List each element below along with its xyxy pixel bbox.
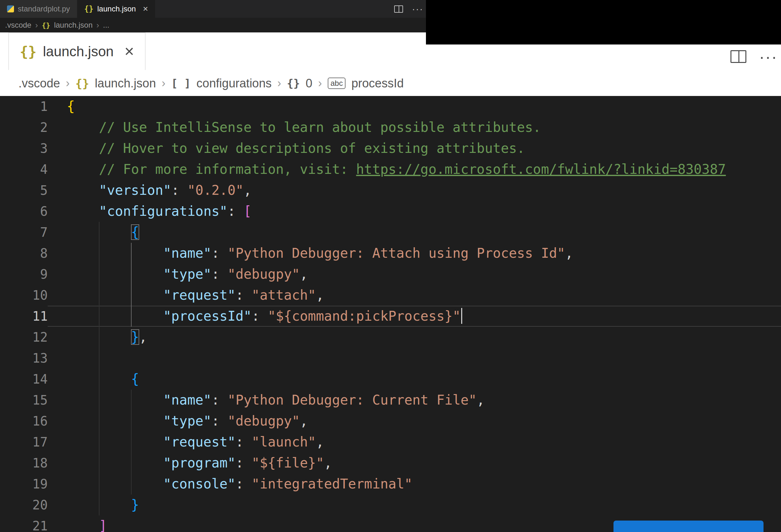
line-number[interactable]: 1 <box>0 96 48 117</box>
code-line-10[interactable]: "request": "attach", <box>67 285 726 306</box>
code-line-11[interactable]: "processId": "${command:pickProcess}" <box>67 306 726 327</box>
line-number[interactable]: 9 <box>0 264 48 285</box>
code-token: "type" <box>163 266 211 282</box>
tab-label: launch.json <box>97 4 136 13</box>
code-line-16[interactable]: "type": "debugpy", <box>67 411 726 432</box>
more-actions-icon[interactable]: ··· <box>759 48 778 65</box>
line-number[interactable]: 15 <box>0 390 48 411</box>
breadcrumb-item-processid[interactable]: processId <box>351 77 404 90</box>
line-number[interactable]: 21 <box>0 516 48 532</box>
more-actions-icon[interactable]: ··· <box>412 4 423 14</box>
breadcrumb-item-ellipsis[interactable]: ... <box>103 21 109 30</box>
split-editor-icon[interactable] <box>731 50 746 63</box>
code-line-17[interactable]: "request": "launch", <box>67 432 726 453</box>
code-token: "integratedTerminal" <box>252 476 413 492</box>
breadcrumb-item-launch-json[interactable]: launch.json <box>54 21 92 30</box>
code-line-15[interactable]: "name": "Python Debugger: Current File", <box>67 390 726 411</box>
code-line-14[interactable]: { <box>67 369 726 390</box>
line-number[interactable]: 8 <box>0 243 48 264</box>
code-line-3[interactable]: // Hover to view descriptions of existin… <box>67 138 726 159</box>
breadcrumb-item-vscode[interactable]: .vscode <box>18 77 60 90</box>
breadcrumb-item-0[interactable]: 0 <box>306 77 313 90</box>
tab-label: standardplot.py <box>18 4 70 13</box>
line-number[interactable]: 12 <box>0 327 48 348</box>
tab-launch-json-large[interactable]: {} launch.json × <box>8 32 146 70</box>
code-token: "${file}" <box>252 455 324 470</box>
code-token <box>67 120 99 135</box>
code-line-19[interactable]: "console": "integratedTerminal" <box>67 474 726 494</box>
code-token: : <box>211 413 228 429</box>
line-number[interactable]: 4 <box>0 159 48 180</box>
tab-launch-json[interactable]: {} launch.json × <box>77 0 155 18</box>
line-number[interactable]: 18 <box>0 453 48 474</box>
tab-standardplot-py[interactable]: standardplot.py <box>0 0 77 18</box>
code-token: , <box>244 182 251 198</box>
line-number[interactable]: 19 <box>0 474 48 494</box>
code-token: : <box>236 476 252 492</box>
code-token <box>67 266 163 282</box>
code-token: , <box>300 266 308 282</box>
chevron-right-icon: › <box>66 77 70 90</box>
breadcrumb-item-configurations[interactable]: configurations <box>197 77 272 90</box>
code-token: { <box>131 224 139 240</box>
code-token <box>67 413 163 429</box>
line-number[interactable]: 16 <box>0 411 48 432</box>
breadcrumb-item-launch-json[interactable]: launch.json <box>95 77 156 90</box>
code-token: "version" <box>99 182 171 198</box>
code-line-7[interactable]: { <box>67 222 726 243</box>
line-number[interactable]: 6 <box>0 201 48 222</box>
code-token: "${command:pickProcess}" <box>268 308 461 324</box>
line-number[interactable]: 13 <box>0 348 48 369</box>
line-number[interactable]: 2 <box>0 117 48 138</box>
code-token <box>67 329 131 345</box>
code-editor[interactable]: 123456789101112131415161718192021 { // U… <box>0 96 781 532</box>
breadcrumb: .vscode › {} launch.json › [ ] configura… <box>18 71 404 96</box>
code-token: } <box>131 497 139 513</box>
json-file-icon: {} <box>84 4 93 13</box>
close-icon[interactable]: × <box>125 45 134 58</box>
code-token: : <box>228 203 244 219</box>
code-line-2[interactable]: // Use IntelliSense to learn about possi… <box>67 117 726 138</box>
code-line-13[interactable] <box>67 348 726 369</box>
breadcrumb-item-vscode[interactable]: .vscode <box>5 21 32 30</box>
code-token: , <box>565 245 573 261</box>
line-number[interactable]: 5 <box>0 180 48 201</box>
code-line-8[interactable]: "name": "Python Debugger: Attach using P… <box>67 243 726 264</box>
line-number[interactable]: 7 <box>0 222 48 243</box>
code-token <box>67 287 163 303</box>
code-line-1[interactable]: { <box>67 96 726 117</box>
code-line-12[interactable]: }, <box>67 327 726 348</box>
python-icon <box>7 5 14 12</box>
code-token: , <box>316 287 324 303</box>
code-token: : <box>211 392 228 408</box>
code-line-18[interactable]: "program": "${file}", <box>67 453 726 474</box>
line-number[interactable]: 17 <box>0 432 48 453</box>
editor-actions-large: ··· <box>731 48 778 65</box>
line-number[interactable]: 10 <box>0 285 48 306</box>
code-token <box>67 245 163 261</box>
chevron-right-icon: › <box>96 21 99 30</box>
close-icon[interactable]: × <box>143 4 148 13</box>
line-number[interactable]: 3 <box>0 138 48 159</box>
code-line-5[interactable]: "version": "0.2.0", <box>67 180 726 201</box>
code-token: , <box>324 455 332 470</box>
code-token: // For more information, visit: <box>99 161 356 177</box>
tab-label: launch.json <box>43 44 114 59</box>
code-token <box>67 308 163 324</box>
code-token: : <box>236 287 252 303</box>
line-number[interactable]: 20 <box>0 494 48 516</box>
code-token: : <box>211 245 228 261</box>
line-number[interactable]: 11 <box>0 306 48 327</box>
object-symbol-icon: {} <box>287 77 300 90</box>
code-line-4[interactable]: // For more information, visit: https://… <box>67 159 726 180</box>
code-line-6[interactable]: "configurations": [ <box>67 201 726 222</box>
line-number[interactable]: 14 <box>0 369 48 390</box>
code-token: : <box>211 266 228 282</box>
code-line-20[interactable]: } <box>67 494 726 516</box>
split-editor-icon[interactable] <box>394 5 403 13</box>
code-token: { <box>131 371 139 387</box>
text-cursor <box>461 308 462 324</box>
code-token: https://go.microsoft.com/fwlink/?linkid=… <box>356 161 726 177</box>
add-configuration-button[interactable] <box>614 521 764 532</box>
code-line-9[interactable]: "type": "debugpy", <box>67 264 726 285</box>
